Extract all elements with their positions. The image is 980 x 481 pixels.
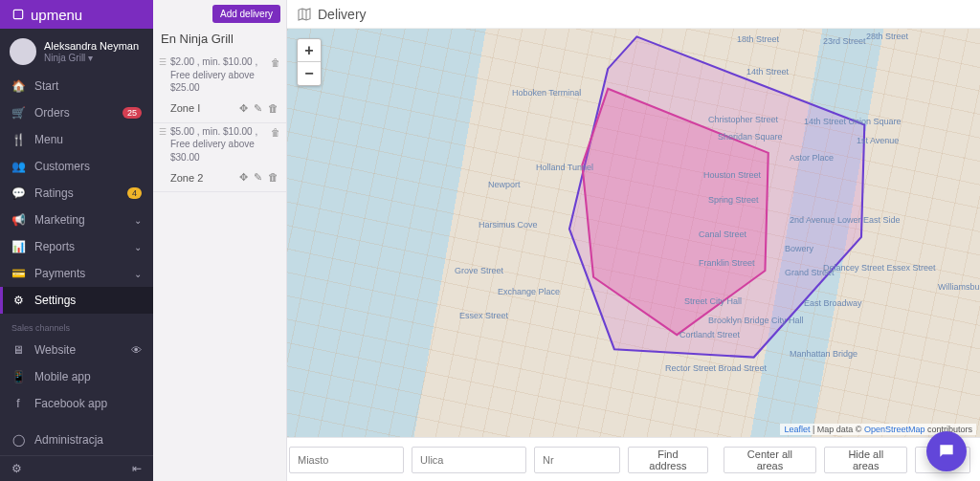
fork-icon: 🍴	[11, 133, 25, 146]
chat-widget[interactable]	[926, 431, 967, 471]
trash-icon[interactable]: 🗑	[271, 126, 280, 140]
brand-logo-icon	[11, 8, 25, 21]
badge: 4	[127, 187, 142, 199]
home-icon: 🏠	[11, 79, 25, 93]
nav-label: Mobile app	[34, 370, 91, 383]
card-icon: 💳	[11, 267, 25, 280]
move-icon[interactable]: ✥	[239, 102, 248, 115]
sidebar-item-customers[interactable]: 👥Customers	[0, 153, 153, 180]
page-header: Delivery	[287, 0, 980, 29]
map-tiles	[287, 29, 980, 437]
move-icon[interactable]: ✥	[239, 171, 248, 184]
sales-channels-label: Sales channels	[0, 314, 153, 337]
nav-label: Start	[34, 79, 58, 93]
sidebar-footer: ⚙ ⇤	[0, 455, 153, 481]
map-icon	[297, 7, 312, 22]
sidebar-item-marketing[interactable]: 📢Marketing⌄	[0, 207, 153, 233]
eye-icon[interactable]: 👁	[131, 344, 142, 356]
nr-input[interactable]	[534, 447, 620, 473]
page-title: Delivery	[318, 7, 367, 22]
users-icon: 👥	[11, 160, 25, 173]
circle-icon: ◯	[11, 433, 25, 447]
megaphone-icon: 📢	[11, 213, 25, 227]
sidebar-item-orders[interactable]: 🛒Orders25	[0, 99, 153, 126]
sidebar-item-reports[interactable]: 📊Reports⌄	[0, 233, 153, 260]
trash-icon[interactable]: 🗑	[271, 56, 280, 70]
nav-main: 🏠Start🛒Orders25🍴Menu👥Customers💬Ratings4📢…	[0, 73, 153, 314]
bars-icon: 📊	[11, 240, 25, 253]
gear-icon: ⚙	[11, 294, 25, 307]
zone-desc: $5.00 , min. $10.00 , Free delivery abov…	[161, 125, 278, 164]
chevron-down-icon: ⌄	[134, 215, 142, 226]
sidebar-item-facebook[interactable]: fFacebook app	[0, 390, 153, 417]
address-bar: Find address Center all areas Hide all a…	[287, 437, 980, 481]
osm-link[interactable]: OpenStreetMap	[864, 425, 925, 434]
sidebar-item-payments[interactable]: 💳Payments⌄	[0, 260, 153, 287]
find-address-button[interactable]: Find address	[628, 447, 708, 473]
admin-label: Administracja	[34, 433, 103, 447]
brand-text: upmenu	[31, 7, 82, 23]
nav-label: Reports	[34, 240, 75, 253]
sidebar: upmenu Aleksandra Neyman Ninja Grill ▾ 🏠…	[0, 0, 153, 481]
collapse-icon[interactable]: ⇤	[132, 462, 142, 475]
nav-label: Settings	[34, 294, 76, 307]
zoom-out-button[interactable]: −	[298, 62, 321, 85]
facebook-icon: f	[11, 397, 25, 410]
chat-icon: 💬	[11, 186, 25, 200]
profile-name: Aleksandra Neyman	[44, 40, 139, 53]
edit-icon[interactable]: ✎	[254, 171, 262, 184]
zone-panel: Add delivery En Ninja Grill $2.00 , min.…	[153, 0, 287, 481]
add-delivery-button[interactable]: Add delivery	[212, 5, 280, 23]
nav-label: Customers	[34, 160, 90, 173]
cart-icon: 🛒	[11, 106, 25, 120]
zone-block: $2.00 , min. $10.00 , Free delivery abov…	[153, 54, 286, 123]
nav-label: Menu	[34, 133, 63, 146]
zone-name: Zone I	[170, 102, 239, 114]
edit-icon[interactable]: ✎	[254, 102, 262, 115]
chevron-down-icon: ▾	[88, 53, 93, 63]
nav-label: Facebook app	[34, 397, 107, 410]
zoom-in-button[interactable]: +	[298, 39, 321, 62]
zoom-control: + −	[297, 38, 322, 86]
nav-label: Marketing	[34, 213, 85, 227]
nav-label: Ratings	[34, 186, 74, 200]
sidebar-item-settings[interactable]: ⚙Settings	[0, 287, 153, 314]
profile[interactable]: Aleksandra Neyman Ninja Grill ▾	[0, 29, 153, 73]
avatar	[10, 38, 36, 65]
hide-areas-button[interactable]: Hide all areas	[824, 447, 907, 473]
badge: 25	[122, 107, 142, 119]
zone-desc: $2.00 , min. $10.00 , Free delivery abov…	[161, 55, 278, 95]
map[interactable]: 18th Street23rd Street14th StreetChristo…	[287, 29, 980, 437]
phone-icon: 📱	[11, 370, 25, 383]
profile-restaurant[interactable]: Ninja Grill ▾	[44, 53, 139, 63]
nav-label: Orders	[34, 106, 70, 120]
zone-name: Zone 2	[170, 172, 239, 184]
brand[interactable]: upmenu	[0, 0, 153, 29]
leaflet-link[interactable]: Leaflet	[784, 425, 810, 434]
chat-icon	[937, 442, 956, 461]
street-input[interactable]	[412, 447, 526, 473]
sidebar-item-admin[interactable]: ◯ Administracja	[0, 426, 153, 453]
sidebar-item-ratings[interactable]: 💬Ratings4	[0, 180, 153, 207]
nav-channels: 🖥Website👁📱Mobile appfFacebook app	[0, 337, 153, 417]
monitor-icon: 🖥	[11, 343, 25, 357]
chevron-down-icon: ⌄	[134, 242, 142, 252]
trash-icon[interactable]: 🗑	[268, 102, 278, 115]
city-input[interactable]	[289, 447, 404, 473]
nav-label: Website	[34, 343, 76, 357]
sidebar-item-menu[interactable]: 🍴Menu	[0, 126, 153, 153]
sidebar-item-website[interactable]: 🖥Website👁	[0, 337, 153, 363]
svg-rect-0	[13, 10, 22, 18]
trash-icon[interactable]: 🗑	[268, 171, 278, 184]
sidebar-item-mobile[interactable]: 📱Mobile app	[0, 363, 153, 390]
chevron-down-icon: ⌄	[134, 269, 142, 279]
sidebar-item-start[interactable]: 🏠Start	[0, 73, 153, 99]
settings-footer-icon[interactable]: ⚙	[11, 462, 22, 475]
center-areas-button[interactable]: Center all areas	[724, 447, 816, 473]
zone-block: $5.00 , min. $10.00 , Free delivery abov…	[153, 123, 286, 193]
main: Delivery 18th Street23rd Street14th Stre…	[287, 0, 980, 481]
nav-admin: ◯ Administracja	[0, 426, 153, 453]
zone-panel-title: En Ninja Grill	[153, 28, 286, 54]
nav-label: Payments	[34, 267, 85, 280]
